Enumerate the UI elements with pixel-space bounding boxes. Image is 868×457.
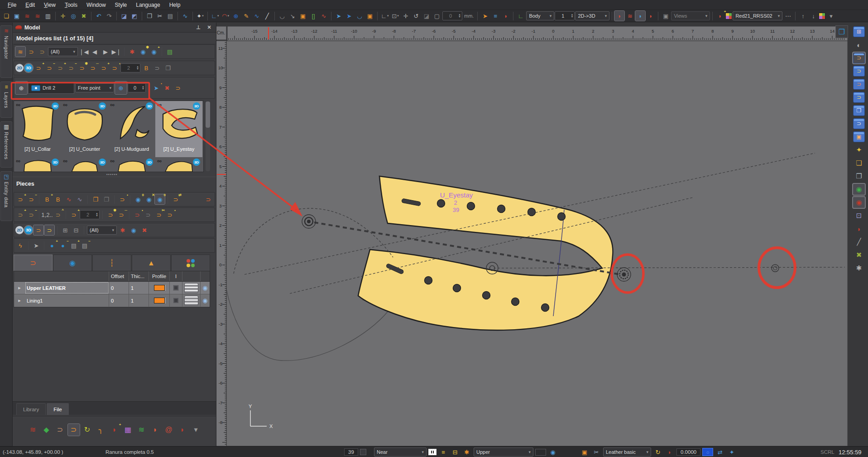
arc-blue-icon[interactable]: ◡ (355, 11, 364, 21)
shoe-fold-icon[interactable]: ◗ (614, 11, 624, 21)
drill-piece-icon[interactable]: ⊃ (173, 83, 183, 93)
redo-icon[interactable]: ↷ (104, 11, 114, 21)
pc-add-icon[interactable]: ⊃+ (15, 194, 25, 204)
shoe-2d-icon[interactable]: ◗ (635, 11, 645, 21)
camera-icon[interactable]: ▣ (661, 11, 671, 21)
piece-blue-add-icon[interactable]: ⊃+ (99, 63, 109, 73)
sidebar-tab-layers[interactable]: ≡Layers (0, 82, 12, 118)
pc-remove-icon[interactable]: ⊃− (26, 194, 36, 204)
canvas-background[interactable] (226, 41, 848, 446)
corner-tool-icon[interactable]: ∟▾ (210, 11, 220, 21)
bi-heel-icon[interactable]: ╮ (95, 424, 107, 436)
tab-stitches[interactable]: ┆ (92, 255, 131, 271)
pr4-row-add-icon[interactable]: ▤+ (69, 241, 79, 250)
pcs-eye-x-icon[interactable]: ✖ (139, 225, 149, 235)
palette-add-icon[interactable] (819, 13, 825, 19)
shoe-select-icon[interactable]: ➤ (480, 11, 490, 21)
show-all-eye-icon[interactable]: ◉✱ (138, 47, 148, 57)
piece-single-icon[interactable]: ⊃ (26, 47, 36, 57)
pieces-stack-icon[interactable]: ≋ (15, 47, 25, 57)
pc-eye-b-icon[interactable]: ◉0 (133, 194, 143, 204)
save-model-icon[interactable]: ▣ (12, 11, 22, 21)
menu-view[interactable]: View (40, 1, 60, 9)
pr4-row-remove-icon[interactable]: ▤− (80, 241, 90, 250)
save-cloud-icon[interactable]: ▥ (43, 11, 53, 21)
table-row[interactable]: ▸ Lining1 0 1 ◉ (14, 294, 210, 307)
close-icon[interactable]: ✕ (205, 24, 213, 30)
rt-pages-icon[interactable]: ❐ (853, 171, 865, 182)
rt-window-points-icon[interactable]: ⊞ (853, 26, 865, 37)
material-name[interactable]: Upper LEATHER (25, 282, 109, 294)
rt-shoes-eye-icon[interactable]: ◉ (853, 197, 865, 208)
arrow-down-icon[interactable]: ↓ (808, 11, 818, 21)
pc-swap-icon[interactable]: ⊃⇄ (171, 194, 181, 204)
piece-thumbnail[interactable]: ∞3D[2] U-Mudguard (108, 101, 155, 157)
last-body-icon[interactable]: ∟ (516, 11, 526, 21)
pcs-marquee-icon[interactable]: ✱ (118, 225, 128, 235)
pc2-rename-icon[interactable]: ⊃^ (53, 210, 63, 220)
pc2-count-spinner[interactable]: 2▲▼ (80, 210, 100, 219)
pc-lock-icon[interactable]: ⊃▪ (117, 194, 127, 204)
colorset-select[interactable]: Red21_RRSS02▾ (733, 11, 782, 20)
views-select[interactable]: Views▾ (671, 11, 710, 20)
curve-point-icon[interactable]: ∿ (252, 11, 262, 21)
bi-at-icon[interactable]: @ (163, 424, 175, 436)
rt-note-add-icon[interactable]: ✦ (853, 144, 865, 155)
pin-icon[interactable]: ⊥ (194, 24, 202, 30)
menu-tools[interactable]: Tools (61, 1, 82, 9)
pcs-plus-icon[interactable]: ⊞ (60, 225, 70, 235)
pc2-add-icon[interactable]: ⊃+ (15, 210, 25, 220)
eraser-add-icon[interactable]: ◩ (129, 11, 139, 21)
unlock-icon[interactable]: ▣ (580, 447, 590, 457)
bi-shoe-list-icon[interactable]: ≋ (27, 424, 39, 436)
rt-mirror-icon[interactable]: ◐ (853, 39, 865, 50)
arc-gray-icon[interactable]: ◡ (277, 11, 287, 21)
report-lock-icon[interactable]: ▤ (165, 47, 175, 57)
view-3d-chip[interactable]: 3D (24, 64, 33, 72)
target-point-icon[interactable]: ⊕ (231, 11, 241, 21)
bi-piece-icon[interactable]: ⊃ (68, 424, 80, 436)
barcode-icon[interactable] (428, 449, 436, 455)
rt-measure-icon[interactable]: ✖ (853, 250, 865, 260)
pr4-lightning-icon[interactable]: ϟ (15, 241, 25, 250)
profile-swatch[interactable] (154, 298, 165, 303)
material-name[interactable]: Lining1 (25, 294, 109, 307)
piece-add-icon[interactable]: ⊃+ (34, 63, 43, 73)
bi-new-shoe-icon[interactable]: ◗+ (109, 424, 120, 436)
visibility-eye-icon[interactable]: ◉ (202, 297, 207, 304)
sync-icon[interactable]: ⇄ (715, 447, 725, 457)
bi-piece-outline-icon[interactable]: ⊃ (54, 424, 66, 436)
tab-colors[interactable] (171, 255, 210, 271)
status-checkbox[interactable] (360, 449, 366, 455)
bi-mask-icon[interactable]: ◗ (149, 424, 161, 436)
layer-eye-icon[interactable]: ◉ (548, 447, 558, 457)
piece-thumbnail[interactable]: ∞3D[2] U_Collar (14, 101, 61, 157)
pcs-eye-icon[interactable]: ◉ (129, 225, 139, 235)
rt-grading2-window-icon[interactable]: ⊃ (853, 92, 865, 103)
drill-flag-icon[interactable]: ⊕▪ (115, 82, 127, 94)
curve-add-icon[interactable]: ∿ (319, 11, 329, 21)
visibility-eye-icon[interactable]: ◉ (202, 284, 207, 291)
more-icon[interactable]: ⋯ (783, 11, 793, 21)
eraser-icon[interactable]: ◪ (119, 11, 129, 21)
layer-select[interactable]: Upper▾ (474, 447, 533, 457)
piece-thumbnail-partial[interactable]: ∞3D (61, 157, 108, 172)
sidebar-tab-navigator[interactable]: ≋Navigator (0, 25, 12, 78)
pc2-green-icon[interactable]: ⊃✱ (106, 210, 115, 220)
pieces-filter-select[interactable]: (All)▾ (48, 47, 78, 56)
piece-thumbnail-partial[interactable]: ∞3D (108, 157, 155, 172)
row-expand-icon[interactable]: ▸ (14, 294, 25, 307)
shoe-3d-icon[interactable]: ◗ (646, 11, 656, 21)
brackets-icon[interactable]: [] (308, 11, 318, 21)
move-tool-icon[interactable]: ✛ (401, 11, 411, 21)
profile-swatch[interactable] (154, 285, 165, 291)
pc-eye-x-icon[interactable]: ◉✕ (144, 194, 154, 204)
piece-count-spinner[interactable]: 2▲▼ (120, 63, 140, 72)
pc-b-icon[interactable]: B (53, 194, 63, 204)
arrow-up-icon[interactable]: ↑ (798, 11, 808, 21)
pr4-select-table-icon[interactable]: ➤ (31, 241, 41, 250)
canvas-views-icon[interactable]: ❐ (835, 25, 848, 38)
mode-select[interactable]: 2D->3D▾ (575, 11, 609, 20)
rt-ruler-icon[interactable]: ╱ (853, 236, 865, 247)
tools-icon[interactable]: ✂ (591, 447, 601, 457)
